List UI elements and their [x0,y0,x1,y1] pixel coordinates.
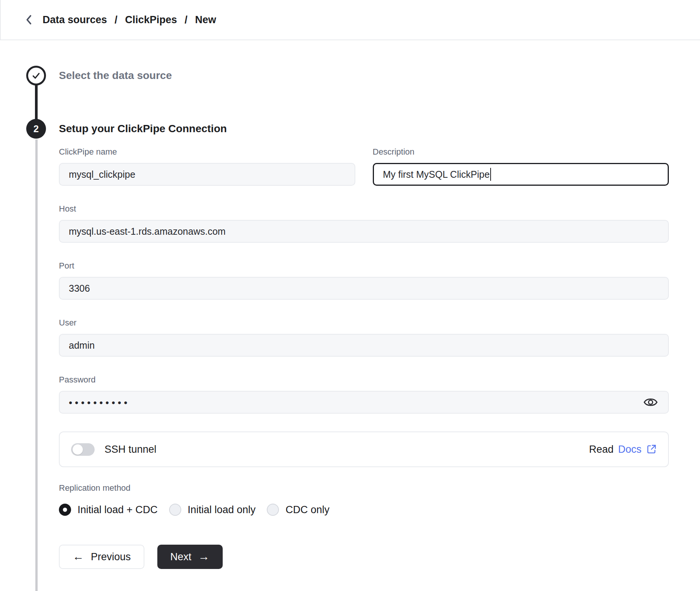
next-button[interactable]: Next → [157,545,223,569]
radio-label: Initial load only [188,504,256,516]
ssh-tunnel-card: SSH tunnel Read Docs [59,431,669,467]
eye-icon [643,397,658,408]
step-2-indicator: 2 [26,119,46,139]
user-value: admin [69,340,95,351]
back-button[interactable] [21,11,37,28]
breadcrumb-item-new: New [195,14,216,26]
previous-button[interactable]: ← Previous [59,545,144,569]
user-field-group: User admin [59,318,669,357]
host-input[interactable]: mysql.us-east-1.rds.amazonaws.com [59,220,669,243]
port-label: Port [59,261,669,271]
radio-label: CDC only [285,504,329,516]
password-field-group: Password •••••••••• [59,375,669,414]
user-input[interactable]: admin [59,334,669,357]
external-link-icon[interactable] [646,444,657,455]
stepper-connector-done [35,85,38,120]
wizard-actions: ← Previous Next → [59,545,669,569]
clickpipe-setup-page: Data sources / ClickPipes / New 2 Select… [0,0,700,591]
ssh-tunnel-toggle[interactable] [71,443,95,456]
radio-label: Initial load + CDC [78,504,158,516]
text-cursor [490,168,491,181]
breadcrumb-item-clickpipes[interactable]: ClickPipes [125,14,177,26]
breadcrumb-item-data-sources[interactable]: Data sources [43,14,107,26]
description-value: My first MySQL ClickPipe [383,169,490,180]
port-value: 3306 [69,283,90,294]
host-label: Host [59,204,669,214]
port-input[interactable]: 3306 [59,277,669,300]
chevron-left-icon [25,14,33,25]
radio-unselected-icon[interactable] [169,504,181,516]
radio-initial-load-only[interactable]: Initial load only [169,504,256,516]
breadcrumb: Data sources / ClickPipes / New [43,14,216,26]
description-field-group: Description My first MySQL ClickPipe [373,147,669,186]
password-input[interactable]: •••••••••• [59,391,669,414]
host-field-group: Host mysql.us-east-1.rds.amazonaws.com [59,204,669,243]
step-1-indicator [26,66,46,85]
docs-link[interactable]: Docs [618,444,641,455]
password-reveal-button[interactable] [642,394,659,411]
password-masked-value: •••••••••• [69,397,130,409]
description-label: Description [373,147,669,157]
toggle-knob [73,444,83,455]
port-field-group: Port 3306 [59,261,669,300]
clickpipe-name-input[interactable]: mysql_clickpipe [59,163,355,186]
check-icon [31,71,41,81]
replication-method-label: Replication method [59,483,669,493]
read-text: Read [589,444,614,455]
previous-button-label: Previous [91,551,131,563]
radio-initial-load-cdc[interactable]: Initial load + CDC [59,504,158,516]
host-value: mysql.us-east-1.rds.amazonaws.com [69,226,226,237]
connection-form: ClickPipe name mysql_clickpipe Descripti… [59,147,669,569]
ssh-tunnel-label: SSH tunnel [105,444,157,455]
next-button-label: Next [170,551,192,563]
ssh-docs-area: Read Docs [589,444,657,455]
arrow-left-icon: ← [73,551,84,562]
step-1-title: Select the data source [59,66,172,85]
clickpipe-name-label: ClickPipe name [59,147,355,157]
breadcrumb-bar: Data sources / ClickPipes / New [0,0,700,40]
arrow-right-icon: → [198,551,210,562]
radio-selected-icon[interactable] [59,504,71,516]
description-input[interactable]: My first MySQL ClickPipe [373,163,669,186]
breadcrumb-separator: / [185,14,188,26]
radio-cdc-only[interactable]: CDC only [267,504,329,516]
user-label: User [59,318,669,328]
wizard-body: 2 Select the data source Setup your Clic… [0,40,700,591]
radio-unselected-icon[interactable] [267,504,279,516]
breadcrumb-separator: / [115,14,118,26]
clickpipe-name-field-group: ClickPipe name mysql_clickpipe [59,147,355,186]
password-label: Password [59,375,669,385]
clickpipe-name-value: mysql_clickpipe [69,169,135,180]
step-2-number: 2 [33,123,39,134]
step-2-title: Setup your ClickPipe Connection [59,119,227,139]
replication-options: Initial load + CDC Initial load only CDC… [59,504,669,516]
stepper-rail-pending [35,139,38,591]
